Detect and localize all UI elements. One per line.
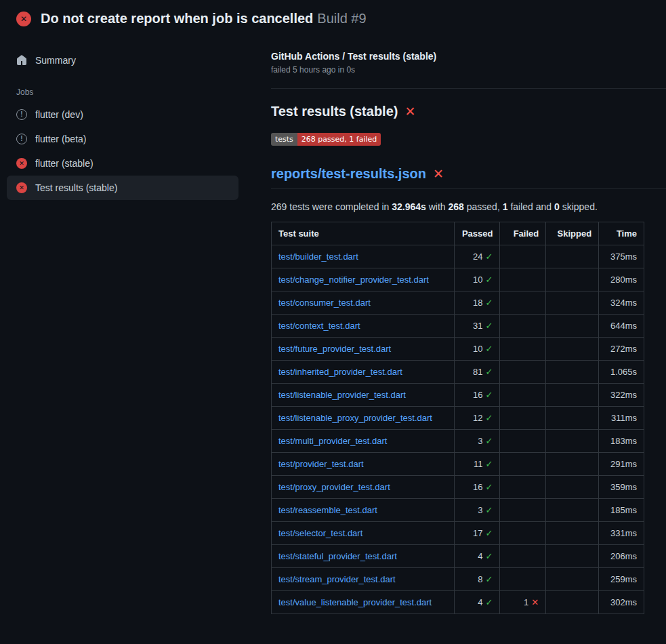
skipped-cell (546, 384, 599, 407)
warning-circle-icon: ! (16, 109, 27, 120)
page-title: Do not create report when job is cancell… (41, 11, 367, 26)
table-row: test/multi_provider_test.dart 3✓ ✕ 183ms (272, 430, 644, 453)
tests-badge: tests268 passed, 1 failed (271, 133, 381, 146)
passed-cell: 81✓ (454, 361, 500, 384)
section-title: Test results (stable) ✕ (271, 104, 666, 119)
suite-link[interactable]: test/consumer_test.dart (278, 298, 371, 308)
job-label: flutter (beta) (35, 134, 86, 144)
skipped-cell (546, 568, 599, 591)
suite-link[interactable]: test/builder_test.dart (278, 251, 358, 262)
check-icon: ✓ (486, 298, 493, 308)
passed-cell: 11✓ (454, 453, 500, 476)
failed-cell: ✕ (500, 268, 546, 291)
suite-link[interactable]: test/multi_provider_test.dart (278, 436, 387, 446)
results-table: Test suite Passed Failed Skipped Time te… (271, 222, 644, 614)
job-label: Test results (stable) (35, 182, 117, 193)
table-row: test/stateful_provider_test.dart 4✓ ✕ 20… (272, 545, 644, 568)
passed-cell: 24✓ (454, 245, 500, 268)
skipped-cell (546, 268, 599, 291)
suite-link[interactable]: test/selector_test.dart (278, 528, 362, 538)
sidebar-item-flutter-stable[interactable]: ✕ flutter (stable) (7, 151, 238, 176)
suite-link[interactable]: test/stream_provider_test.dart (278, 574, 396, 584)
passed-cell: 3✓ (454, 499, 500, 522)
table-row: test/proxy_provider_test.dart 16✓ ✕ 359m… (272, 476, 644, 499)
header-time: Time (599, 222, 644, 245)
check-icon: ✓ (486, 459, 493, 469)
warning-circle-icon: ! (16, 134, 27, 144)
failed-cell: ✕ (500, 430, 546, 453)
header-skipped: Skipped (546, 222, 599, 245)
suite-link[interactable]: test/stateful_provider_test.dart (278, 551, 397, 561)
table-row: test/future_provider_test.dart 10✓ ✕ 272… (272, 338, 644, 361)
table-row: test/value_listenable_provider_test.dart… (272, 591, 644, 614)
skipped-cell (546, 453, 599, 476)
sidebar-item-flutter-dev[interactable]: ! flutter (dev) (7, 102, 238, 127)
time-cell: 302ms (599, 591, 644, 614)
x-circle-fill-icon: ✕ (16, 158, 27, 169)
time-cell: 324ms (599, 291, 644, 315)
passed-cell: 18✓ (454, 291, 500, 315)
failed-cell: ✕ (500, 361, 546, 384)
check-icon: ✓ (486, 436, 493, 446)
time-cell: 359ms (599, 476, 644, 499)
header-failed: Failed (500, 222, 546, 245)
summary-failed: 1 (503, 201, 508, 212)
failed-cell: 1✕ (500, 591, 546, 614)
summary-duration: 32.964s (392, 201, 426, 212)
failed-x-icon: ✕ (433, 166, 444, 182)
sidebar-item-summary[interactable]: Summary (7, 48, 238, 73)
home-icon (16, 55, 27, 66)
sidebar-summary-label: Summary (35, 55, 76, 66)
passed-cell: 10✓ (454, 268, 500, 291)
suite-link[interactable]: test/inherited_provider_test.dart (278, 367, 402, 377)
time-cell: 259ms (599, 568, 644, 591)
time-cell: 291ms (599, 453, 644, 476)
suite-link[interactable]: test/context_test.dart (278, 321, 360, 331)
passed-cell: 10✓ (454, 338, 500, 361)
suite-link[interactable]: test/future_provider_test.dart (278, 344, 391, 354)
table-row: test/builder_test.dart 24✓ ✕ 375ms (272, 245, 644, 268)
failed-cell: ✕ (500, 499, 546, 522)
skipped-cell (546, 476, 599, 499)
report-title: reports/test-results.json ✕ (271, 166, 666, 189)
check-icon: ✓ (486, 574, 493, 584)
suite-link[interactable]: test/value_listenable_provider_test.dart (278, 597, 432, 607)
passed-cell: 16✓ (454, 384, 500, 407)
skipped-cell (546, 407, 599, 430)
time-cell: 272ms (599, 338, 644, 361)
skipped-cell (546, 315, 599, 338)
suite-link[interactable]: test/change_notifier_provider_test.dart (278, 275, 429, 285)
suite-link[interactable]: test/reassemble_test.dart (278, 505, 377, 515)
table-row: test/change_notifier_provider_test.dart … (272, 268, 644, 291)
run-meta: failed 5 hours ago in 0s (271, 65, 666, 75)
header-passed: Passed (454, 222, 500, 245)
failed-cell: ✕ (500, 338, 546, 361)
run-header: ✕ Do not create report when job is cance… (0, 0, 666, 35)
sidebar-item-flutter-beta[interactable]: ! flutter (beta) (7, 127, 238, 151)
results-table-body: test/builder_test.dart 24✓ ✕ 375ms test/… (272, 245, 644, 614)
table-row: test/listenable_proxy_provider_test.dart… (272, 407, 644, 430)
table-row: test/stream_provider_test.dart 8✓ ✕ 259m… (272, 568, 644, 591)
sidebar-item-test-results-stable[interactable]: ✕ Test results (stable) (7, 176, 238, 200)
check-icon: ✓ (486, 321, 493, 331)
report-link[interactable]: reports/test-results.json (271, 166, 426, 182)
check-icon: ✓ (486, 505, 493, 515)
check-icon: ✓ (486, 367, 493, 377)
check-icon: ✓ (486, 344, 493, 354)
breadcrumb: GitHub Actions / Test results (stable) (271, 51, 666, 62)
time-cell: 1.065s (599, 361, 644, 384)
suite-link[interactable]: test/listenable_proxy_provider_test.dart (278, 413, 432, 423)
check-icon: ✓ (486, 413, 493, 423)
failed-cell: ✕ (500, 476, 546, 499)
passed-cell: 12✓ (454, 407, 500, 430)
time-cell: 183ms (599, 430, 644, 453)
table-row: test/selector_test.dart 17✓ ✕ 331ms (272, 522, 644, 545)
passed-cell: 8✓ (454, 568, 500, 591)
suite-link[interactable]: test/proxy_provider_test.dart (278, 482, 390, 492)
table-row: test/reassemble_test.dart 3✓ ✕ 185ms (272, 499, 644, 522)
check-icon: ✓ (486, 551, 493, 561)
failed-cell: ✕ (500, 522, 546, 545)
suite-link[interactable]: test/listenable_provider_test.dart (278, 390, 406, 400)
suite-link[interactable]: test/provider_test.dart (278, 459, 364, 469)
check-icon: ✓ (486, 597, 493, 607)
